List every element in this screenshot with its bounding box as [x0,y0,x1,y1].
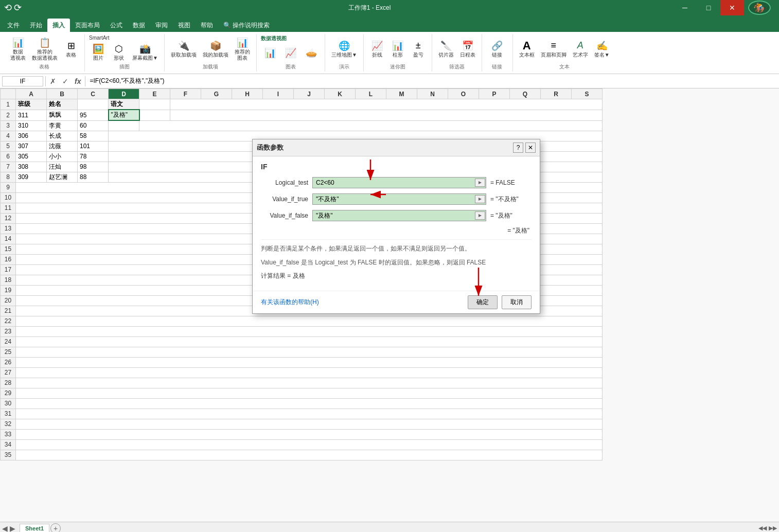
row-header-7[interactable]: 7 [1,162,16,172]
tab-home[interactable]: 开始 [25,19,47,32]
col-header-o[interactable]: O [448,89,479,99]
ribbon-header-footer[interactable]: ≡ 页眉和页脚 [539,39,569,59]
scroll-sheets-right[interactable]: ▶ [10,524,15,533]
col-header-c[interactable]: C [78,89,109,99]
col-header-g[interactable]: G [201,89,232,99]
ribbon-get-addins[interactable]: 🔌 获取加载项 [169,39,199,59]
cell-e2[interactable] [139,110,170,120]
formula-input[interactable] [87,77,777,86]
col-header-r[interactable]: R [541,89,572,99]
cell-b3[interactable]: 李黄 [47,120,78,131]
col-header-n[interactable]: N [417,89,448,99]
cell-d2[interactable]: "及格" [109,110,139,120]
cell-c8[interactable]: 88 [78,172,109,182]
value-if-false-input[interactable] [312,210,486,221]
cell-d3[interactable] [109,120,139,131]
col-header-l[interactable]: L [356,89,386,99]
cell-c5[interactable]: 101 [78,141,109,151]
row-header-2[interactable]: 2 [1,110,16,120]
fx-icon[interactable]: fx [73,76,83,86]
tab-insert[interactable]: 插入 [47,19,70,32]
col-header-h[interactable]: H [232,89,263,99]
tab-formula[interactable]: 公式 [105,19,128,32]
tab-layout[interactable]: 页面布局 [70,19,105,32]
cell-a7[interactable]: 308 [16,162,47,172]
ribbon-pivot-table[interactable]: 📊 数据透视表 [8,36,28,62]
col-header-s[interactable]: S [572,89,603,99]
sheet-tab-sheet1[interactable]: Sheet1 [20,524,49,532]
cell-b6[interactable]: 小小 [47,151,78,162]
tab-view[interactable]: 视图 [173,19,196,32]
ribbon-screenshot[interactable]: 📸 屏幕截图▼ [130,42,160,62]
cell-a4[interactable]: 306 [16,131,47,141]
dialog-cancel-btn[interactable]: 取消 [502,295,532,309]
tab-file[interactable]: 文件 [2,19,25,32]
cell-f2-s2[interactable] [170,110,603,120]
col-header-j[interactable]: J [294,89,325,99]
value-if-false-collapse-btn[interactable] [475,211,485,220]
row-header-4[interactable]: 4 [1,131,16,141]
cell-f1-s1[interactable] [170,99,603,110]
col-header-b[interactable]: B [47,89,78,99]
cell-c2[interactable]: 95 [78,110,109,120]
cell-a3[interactable]: 310 [16,120,47,131]
cell-b1[interactable]: 姓名 [47,99,78,110]
cell-c3[interactable]: 60 [78,120,109,131]
value-if-true-input[interactable] [312,193,486,205]
cell-d1[interactable]: 语文 [109,99,139,110]
col-header-f[interactable]: F [170,89,201,99]
tab-help[interactable]: 帮助 [196,19,218,32]
ribbon-pie-chart[interactable]: 🥧 [302,46,321,60]
cell-a6[interactable]: 305 [16,151,47,162]
cell-a8[interactable]: 309 [16,172,47,182]
ribbon-link[interactable]: 🔗 链接 [488,39,506,59]
col-header-d[interactable]: D [109,89,139,99]
cell-c1[interactable] [78,99,109,110]
cell-e3-s3[interactable] [139,120,603,131]
tab-search[interactable]: 🔍 操作说明搜索 [218,19,275,32]
tab-data[interactable]: 数据 [128,19,150,32]
ribbon-wordart[interactable]: A 艺术字 [571,39,590,59]
ribbon-win-loss[interactable]: ± 盈亏 [409,39,428,59]
maximize-btn[interactable]: □ [697,0,720,15]
cell-a5[interactable]: 307 [16,141,47,151]
cell-b5[interactable]: 沈薇 [47,141,78,151]
ribbon-signature[interactable]: ✍ 签名▼ [592,39,612,59]
col-header-p[interactable]: P [479,89,510,99]
ribbon-shapes[interactable]: ⬡ 形状 [110,42,128,62]
logical-test-input[interactable] [312,177,486,188]
cell-c7[interactable]: 98 [78,162,109,172]
logical-test-collapse-btn[interactable] [475,179,485,187]
cell-b7[interactable]: 汪灿 [47,162,78,172]
ribbon-recommended-pivot[interactable]: 📋 推荐的数据透视表 [30,36,60,62]
ribbon-picture[interactable]: 🖼️ 图片 [89,42,108,62]
cell-c4[interactable]: 58 [78,131,109,141]
cancel-formula-icon[interactable]: ✗ [48,76,58,86]
ribbon-line-spark[interactable]: 📈 折线 [368,39,386,59]
col-header-i[interactable]: I [263,89,294,99]
cell-b2[interactable]: 飘飘 [47,110,78,120]
cell-a1[interactable]: 班级 [16,99,47,110]
row-header-1[interactable]: 1 [1,99,16,110]
add-sheet-btn[interactable]: + [50,523,61,533]
ribbon-slicer[interactable]: 🔪 切片器 [436,39,456,59]
ribbon-line-chart[interactable]: 📈 [281,46,300,60]
ribbon-timeline[interactable]: 📅 日程表 [458,39,477,59]
col-header-m[interactable]: M [386,89,417,99]
row-header-5[interactable]: 5 [1,141,16,151]
scroll-sheets-left[interactable]: ◀ [2,524,8,533]
name-box[interactable] [2,76,43,86]
confirm-formula-icon[interactable]: ✓ [60,76,70,86]
value-if-true-collapse-btn[interactable] [475,195,485,203]
dialog-help-btn[interactable]: ? [513,143,523,153]
row-header-3[interactable]: 3 [1,120,16,131]
tab-review[interactable]: 审阅 [150,19,173,32]
col-header-k[interactable]: K [325,89,356,99]
dialog-help-link[interactable]: 有关该函数的帮助(H) [261,298,319,307]
ribbon-textbox[interactable]: A 文本框 [517,39,537,59]
row-header-6[interactable]: 6 [1,151,16,162]
col-header-e[interactable]: E [139,89,170,99]
ribbon-column-chart[interactable]: 📊 [261,46,279,60]
dialog-ok-btn[interactable]: 确定 [468,295,498,309]
close-btn[interactable]: ✕ [720,0,744,15]
